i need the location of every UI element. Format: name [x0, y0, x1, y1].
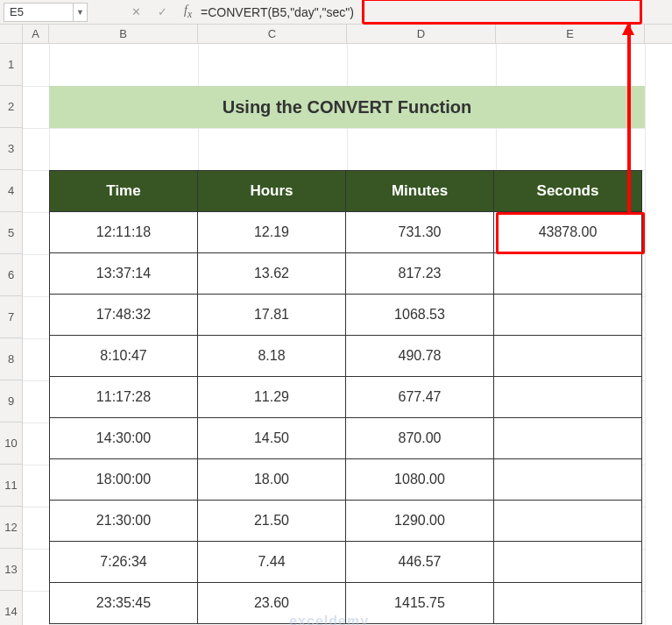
header-hours[interactable]: Hours — [197, 170, 346, 212]
col-header-C[interactable]: C — [198, 25, 347, 43]
cell-minutes-5[interactable]: 870.00 — [345, 417, 494, 459]
cell-time-1[interactable]: 13:37:14 — [49, 252, 198, 295]
cell-time-2[interactable]: 17:48:32 — [49, 294, 198, 336]
cell-seconds-2[interactable] — [493, 294, 642, 336]
cell-minutes-9[interactable]: 1415.75 — [345, 582, 494, 624]
row-header-2[interactable]: 2 — [0, 86, 23, 128]
cell-minutes-6[interactable]: 1080.00 — [345, 458, 494, 501]
cell-seconds-0[interactable]: 43878.00 — [493, 211, 642, 253]
header-time[interactable]: Time — [49, 170, 198, 212]
row-header-8[interactable]: 8 — [0, 338, 23, 380]
row-header-4[interactable]: 4 — [0, 170, 23, 212]
row-header-7[interactable]: 7 — [0, 296, 23, 338]
annotation-arrow-head — [622, 23, 634, 35]
cell-time-8[interactable]: 7:26:34 — [49, 541, 198, 583]
cell-minutes-0[interactable]: 731.30 — [345, 211, 494, 253]
cell-time-0[interactable]: 12:11:18 — [49, 211, 198, 253]
cell-seconds-1[interactable] — [493, 252, 642, 295]
fx-icon[interactable]: fx — [184, 4, 192, 20]
cell-minutes-1[interactable]: 817.23 — [345, 252, 494, 295]
cell-hours-1[interactable]: 13.62 — [197, 252, 346, 295]
row-header-14[interactable]: 14 — [0, 591, 23, 625]
row-header-3[interactable]: 3 — [0, 128, 23, 170]
name-box-dropdown[interactable]: ▼ — [74, 3, 88, 22]
cell-seconds-3[interactable] — [493, 335, 642, 377]
cancel-icon[interactable]: ✕ — [125, 3, 146, 22]
cell-time-3[interactable]: 8:10:47 — [49, 335, 198, 377]
name-box[interactable]: E5 — [4, 3, 74, 22]
cell-hours-8[interactable]: 7.44 — [197, 541, 346, 583]
row-header-13[interactable]: 13 — [0, 549, 23, 591]
cell-hours-6[interactable]: 18.00 — [197, 458, 346, 501]
enter-icon[interactable]: ✓ — [152, 3, 173, 22]
row-header-9[interactable]: 9 — [0, 380, 23, 423]
cell-minutes-2[interactable]: 1068.53 — [345, 294, 494, 336]
annotation-arrow — [627, 25, 631, 212]
cell-hours-7[interactable]: 21.50 — [197, 500, 346, 542]
select-all-corner[interactable] — [0, 25, 23, 43]
header-minutes[interactable]: Minutes — [345, 170, 494, 212]
cell-time-4[interactable]: 11:17:28 — [49, 376, 198, 418]
cell-hours-9[interactable]: 23.60 — [197, 582, 346, 624]
title-cell[interactable]: Using the CONVERT Function — [49, 86, 645, 128]
cell-minutes-4[interactable]: 677.47 — [345, 376, 494, 418]
cell-time-6[interactable]: 18:00:00 — [49, 458, 198, 501]
cell-seconds-8[interactable] — [493, 541, 642, 583]
cell-hours-4[interactable]: 11.29 — [197, 376, 346, 418]
row-header-1[interactable]: 1 — [0, 44, 23, 86]
cell-time-9[interactable]: 23:35:45 — [49, 582, 198, 624]
row-header-11[interactable]: 11 — [0, 465, 23, 507]
cell-time-5[interactable]: 14:30:00 — [49, 417, 198, 459]
cell-seconds-5[interactable] — [493, 417, 642, 459]
row-header-6[interactable]: 6 — [0, 254, 23, 296]
cell-hours-3[interactable]: 8.18 — [197, 335, 346, 377]
cell-minutes-3[interactable]: 490.78 — [345, 335, 494, 377]
row-header-5[interactable]: 5 — [0, 212, 23, 254]
cell-seconds-9[interactable] — [493, 582, 642, 624]
cell-time-7[interactable]: 21:30:00 — [49, 500, 198, 542]
cell-seconds-6[interactable] — [493, 458, 642, 501]
cell-hours-2[interactable]: 17.81 — [197, 294, 346, 336]
cell-minutes-7[interactable]: 1290.00 — [345, 500, 494, 542]
formula-bar[interactable]: =CONVERT(B5,"day","sec") — [197, 3, 672, 22]
row-header-12[interactable]: 12 — [0, 507, 23, 549]
cell-minutes-8[interactable]: 446.57 — [345, 541, 494, 583]
cell-hours-0[interactable]: 12.19 — [197, 211, 346, 253]
col-header-A[interactable]: A — [23, 25, 49, 43]
header-seconds[interactable]: Seconds — [493, 170, 642, 212]
cell-seconds-4[interactable] — [493, 376, 642, 418]
cell-hours-5[interactable]: 14.50 — [197, 417, 346, 459]
row-header-10[interactable]: 10 — [0, 423, 23, 465]
col-header-B[interactable]: B — [49, 25, 198, 43]
cell-seconds-7[interactable] — [493, 500, 642, 542]
col-header-D[interactable]: D — [347, 25, 496, 43]
